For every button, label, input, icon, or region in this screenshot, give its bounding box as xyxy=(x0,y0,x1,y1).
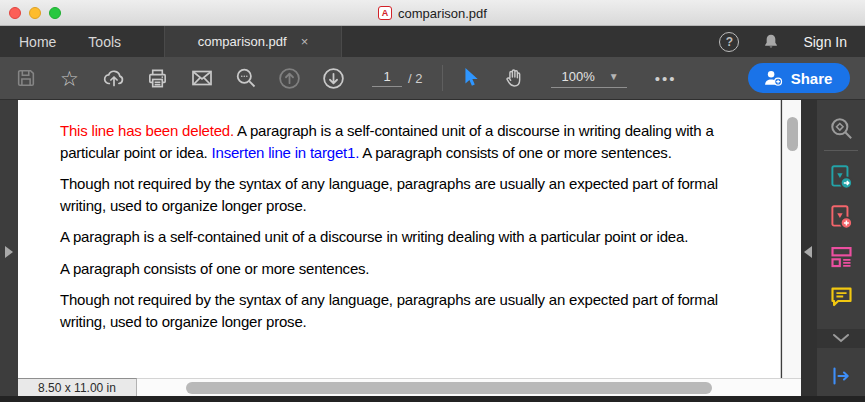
export-pdf-icon[interactable] xyxy=(817,157,865,197)
toolbar-divider xyxy=(442,65,443,91)
print-icon[interactable] xyxy=(144,65,171,92)
add-person-icon xyxy=(763,69,784,87)
cloud-upload-icon[interactable] xyxy=(100,65,127,92)
tools-sidebar xyxy=(817,100,865,396)
zoom-level-value: 100% xyxy=(561,69,594,84)
titlebar: A comparison.pdf xyxy=(0,0,865,26)
create-pdf-icon[interactable] xyxy=(817,197,865,237)
share-button-label: Share xyxy=(791,70,833,87)
page-total-label: / 2 xyxy=(408,71,422,86)
paragraph: Though not required by the syntax of any… xyxy=(60,289,763,332)
paragraph: A paragraph consists of one or more sent… xyxy=(60,258,763,280)
pdf-page-text: This line has been deleted. A paragraph … xyxy=(18,100,763,332)
text-segment-normal: Though not required by the syntax of any… xyxy=(60,291,718,330)
paragraph: This line has been deleted. A paragraph … xyxy=(60,120,763,163)
text-segment-deleted: This line has been deleted. xyxy=(60,122,234,139)
zoom-control[interactable]: 100% ▼ xyxy=(551,69,626,88)
text-segment-normal: A paragraph consists of one or more sent… xyxy=(60,260,369,277)
more-tools-icon[interactable]: ••• xyxy=(655,70,677,87)
page-size-value: 8.50 x 11.00 in xyxy=(38,381,116,395)
right-panel-rail xyxy=(801,100,817,396)
sidebar-search-zoom-icon[interactable] xyxy=(817,108,865,148)
expand-left-panel-icon[interactable] xyxy=(5,246,13,258)
collapse-right-panel-icon[interactable] xyxy=(804,246,812,258)
organize-pages-icon[interactable] xyxy=(817,237,865,277)
horizontal-scrollbar[interactable]: 8.50 x 11.00 in xyxy=(18,378,801,396)
page-number-input[interactable]: 1 xyxy=(372,69,402,87)
sign-in-button[interactable]: Sign In xyxy=(803,34,847,50)
tab-tools[interactable]: Tools xyxy=(75,26,134,57)
sidebar-divider xyxy=(824,150,858,151)
text-segment-normal: A paragraph is a self-contained unit of … xyxy=(60,228,688,245)
search-zoom-icon[interactable] xyxy=(232,65,259,92)
hand-tool-icon[interactable] xyxy=(501,65,528,92)
active-tab-label: comparison.pdf xyxy=(198,34,287,49)
paragraph: Though not required by the syntax of any… xyxy=(60,173,763,216)
tab-home[interactable]: Home xyxy=(6,26,69,57)
horizontal-scrollbar-thumb[interactable] xyxy=(186,382,712,394)
save-icon[interactable] xyxy=(12,65,39,92)
notifications-bell-icon[interactable] xyxy=(761,32,781,52)
window-title-text: comparison.pdf xyxy=(398,6,487,21)
star-favorite-icon[interactable]: ☆ xyxy=(56,65,83,92)
text-segment-normal: Though not required by the syntax of any… xyxy=(60,175,718,214)
acrobat-window: A comparison.pdf Home Tools comparison.p… xyxy=(0,0,865,402)
toolbar: ☆ xyxy=(0,57,865,100)
email-icon[interactable] xyxy=(188,65,215,92)
next-page-icon[interactable] xyxy=(320,65,347,92)
comment-icon[interactable] xyxy=(817,277,865,317)
close-tab-icon[interactable]: × xyxy=(301,35,309,48)
pdf-file-icon: A xyxy=(378,6,392,20)
text-segment-inserted: Inserten line in target1. xyxy=(212,144,360,161)
window-title: A comparison.pdf xyxy=(0,0,865,26)
previous-page-icon[interactable] xyxy=(276,65,303,92)
tab-document-active[interactable]: comparison.pdf × xyxy=(164,26,342,57)
tab-bar: Home Tools comparison.pdf × ? Sign In xyxy=(0,26,865,57)
window-bottom-edge xyxy=(0,396,865,402)
select-tool-icon[interactable] xyxy=(457,65,484,92)
page-size-indicator: 8.50 x 11.00 in xyxy=(18,378,137,397)
vertical-scrollbar-thumb[interactable] xyxy=(787,117,798,151)
text-segment-normal: A paragraph consists of one or more sent… xyxy=(359,144,671,161)
share-button[interactable]: Share xyxy=(748,63,850,93)
left-panel-rail xyxy=(0,100,18,396)
paragraph: A paragraph is a self-contained unit of … xyxy=(60,226,763,248)
help-icon[interactable]: ? xyxy=(719,32,739,52)
pdf-page: This line has been deleted. A paragraph … xyxy=(18,100,781,396)
document-area: This line has been deleted. A paragraph … xyxy=(0,100,865,402)
open-tools-pane-icon[interactable] xyxy=(817,356,865,396)
more-tools-chevron-button[interactable] xyxy=(817,329,865,348)
chevron-down-icon: ▼ xyxy=(609,71,619,82)
vertical-scrollbar[interactable] xyxy=(782,100,801,396)
